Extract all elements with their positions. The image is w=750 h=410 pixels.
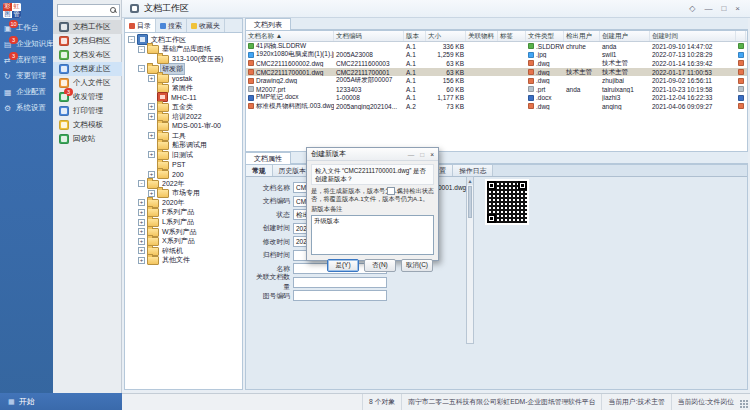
expander-icon[interactable]: - [138,180,145,187]
area-item-个人文件区[interactable]: 个人文件区 [53,76,122,90]
column-header-大小[interactable]: 大小 [426,31,466,41]
expander-icon[interactable]: + [148,113,155,120]
resize-grip[interactable] [740,400,748,408]
table-row[interactable]: M2007.prt1233403A.160 KB.prtandatairuixa… [246,85,747,94]
tree-node[interactable]: -2022年 [125,179,242,189]
table-row[interactable]: CMC22111600002.dwgCMC22111600003A.163 KB… [246,59,747,68]
tree-node[interactable]: +培训2022 [125,112,242,122]
tree-node[interactable]: +其他文件 [125,256,242,266]
keep-checkout-checkbox[interactable]: 保持检出状态 [387,187,434,195]
expander-icon[interactable]: - [128,36,135,43]
tree-tab-目录[interactable]: 目录 [125,19,156,32]
area-item-文档归档区[interactable]: 文档归档区 [53,34,122,48]
field-value-图号编码[interactable] [293,290,387,301]
column-header-关联物料[interactable]: 关联物料 [466,31,498,41]
table-row[interactable]: PMP笔记.docx1-00008A.11,177 KB.docxjiazhi3… [246,94,747,103]
tree-node[interactable]: +工具 [125,131,242,141]
tree-node[interactable]: +L系列产品 [125,217,242,227]
skin-icon[interactable]: ◇ [689,4,695,13]
area-item-文档工作区[interactable]: 文档工作区 [53,20,122,34]
expander-icon[interactable]: - [138,65,145,72]
expander-icon[interactable]: + [148,103,155,110]
start-button[interactable]: ▦ 开始 [0,393,122,410]
search-input[interactable] [58,7,110,14]
area-item-文档发布区[interactable]: 文档发布区 [53,48,122,62]
expander-icon[interactable]: + [138,257,145,264]
tree-node[interactable]: -研发部 [125,64,242,74]
dialog-button-否(N)[interactable]: 否(N) [364,259,396,272]
dialog-close-icon[interactable]: × [430,151,434,158]
dialog-titlebar[interactable]: 创建新版本 —□× [307,148,438,161]
sidebar-item-工作台[interactable]: ▣10工作台 [0,20,53,36]
sidebar-item-流程管理[interactable]: ⇄3流程管理 [0,52,53,68]
column-header-检出用户[interactable]: 检出用户 [564,31,600,41]
tree-node[interactable]: +五金类 [125,102,242,112]
tree-node[interactable]: PST [125,160,242,170]
tree-node[interactable]: +F系列产品 [125,208,242,218]
scroll-up-icon[interactable]: ▲ [467,177,473,185]
expander-icon[interactable]: + [148,132,155,139]
table-row[interactable]: Drawing2.dwg2005A研发部00007A.1156 KB.dwgzh… [246,76,747,85]
column-header-文件类型[interactable]: 文件类型 [526,31,564,41]
tree-node[interactable]: MDS-001-审-00 [125,121,242,131]
sidebar-item-企业配置[interactable]: ▦企业配置 [0,84,53,100]
tree-tab-收藏夹[interactable]: 收藏夹 [187,19,225,32]
table-row[interactable]: 41四轴.SLDDRWA.1336 KB.SLDDRWchruheanda202… [246,42,747,51]
search-box[interactable] [57,4,120,17]
tree-node[interactable]: -文档工作区 [125,35,242,45]
tree-node[interactable]: 紧固件 [125,83,242,93]
close-icon[interactable]: × [735,4,740,13]
table-row[interactable]: CMC22111700001.dwgCMC22111700001A.163 KB… [246,68,747,77]
expander-icon[interactable]: + [138,219,145,226]
dialog-maximize-icon[interactable]: □ [420,151,424,158]
dialog-button-是(Y)[interactable]: 是(Y) [327,259,359,272]
maximize-icon[interactable]: □ [721,4,726,13]
expander-icon[interactable]: + [138,199,145,206]
column-header-文档编码[interactable]: 文档编码 [334,31,404,41]
dialog-minimize-icon[interactable]: — [408,151,415,158]
properties-scrollbar[interactable]: ▲ [466,176,474,344]
expander-icon[interactable]: + [148,190,155,197]
area-item-收发管理[interactable]: 3收发管理 [53,90,122,104]
tree-node[interactable]: 船形调试用 [125,141,242,151]
area-item-文档模板[interactable]: 文档模板 [53,118,122,132]
expander-icon[interactable]: + [148,75,155,82]
sidebar-item-变更管理[interactable]: ↻变更管理 [0,68,53,84]
minimize-icon[interactable]: — [704,4,712,13]
props-tab-操作日志[interactable]: 操作日志 [453,165,493,176]
area-item-打印管理[interactable]: 打印管理 [53,104,122,118]
tree-node[interactable]: +W系列产品 [125,227,242,237]
tree-node[interactable]: +市场专用 [125,189,242,199]
expander-icon[interactable]: - [138,46,145,53]
expander-icon[interactable]: + [138,238,145,245]
expander-icon[interactable]: + [148,151,155,158]
tree-node[interactable]: +X系列产品 [125,236,242,246]
column-header-创建用户[interactable]: 创建用户 [600,31,650,41]
column-header-创建时间[interactable]: 创建时间 [650,31,736,41]
tree-node[interactable]: +200 [125,169,242,179]
tree-node[interactable]: +2020年 [125,198,242,208]
tree-node[interactable]: +旧测试 [125,150,242,160]
search-icon[interactable] [110,7,117,14]
sidebar-item-企业知识库[interactable]: ▤3企业知识库 [0,36,53,52]
checkbox-icon[interactable] [387,187,395,195]
scrollbar-thumb[interactable] [468,186,472,218]
area-item-回收站[interactable]: 回收站 [53,132,122,146]
expander-icon[interactable]: + [138,209,145,216]
sidebar-item-系统设置[interactable]: ⚙系统设置 [0,100,53,116]
expander-icon[interactable]: + [138,247,145,254]
field-value-关联文档数量[interactable] [293,277,387,288]
note-textarea[interactable]: 升级版本 [311,215,434,255]
expander-icon[interactable]: + [148,171,155,178]
column-header-版本[interactable]: 版本 [404,31,426,41]
column-header-标签[interactable]: 标签 [498,31,526,41]
column-header-文档名称[interactable]: 文档名称 ▲ [246,31,334,41]
table-row[interactable]: 1920x1080电脑桌面(1)(1).jpg2005A23008A.11,25… [246,51,747,60]
table-row[interactable]: 标准模具物料图纸.003.dwg2005anqing202104...A.273… [246,102,747,111]
tree-node[interactable]: +碎纸机 [125,246,242,256]
tree-node[interactable]: +yostak [125,73,242,83]
tree-tab-搜索[interactable]: 搜索 [156,19,187,32]
tree-node[interactable]: MHC-11 [125,93,242,103]
dialog-button-取消(C)[interactable]: 取消(C) [401,259,433,272]
tree-node[interactable]: 313-100(变压器) [125,54,242,64]
